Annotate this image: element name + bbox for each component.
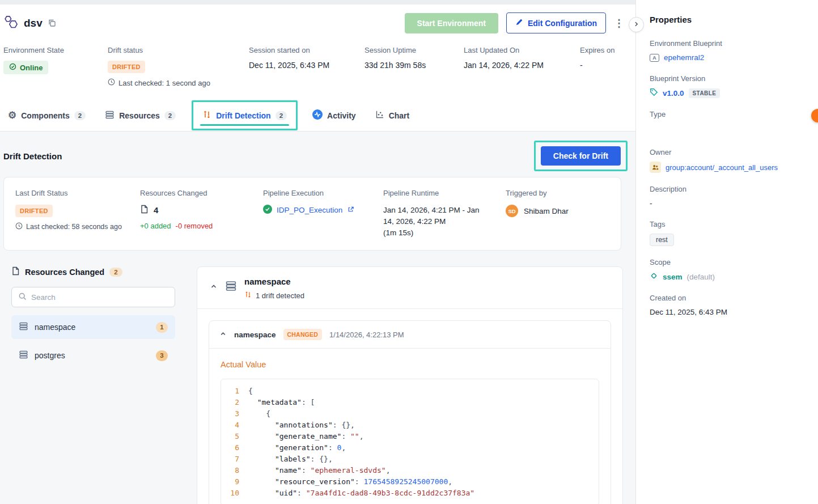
prop-label: Description [650,185,804,193]
check-circle-icon [9,63,16,72]
prop-label: Blueprint Version [650,74,804,83]
avatar: SD [506,205,518,217]
pipeline-execution-column: Pipeline Execution IDP_PO_Execution [263,189,383,239]
header: dsv Start Environment Edit Configuration [0,5,635,40]
resource-detail-titles: namespace 1 d [244,277,304,300]
tab-drift-detection[interactable]: Drift Detection 2 [193,102,296,129]
tab-label: Components [21,111,70,120]
code-line: 8 "name": "ephemeral-sdvds", [221,465,599,476]
code-block[interactable]: 1{2 "metadata": [3 {4 "annotations": {},… [221,379,599,504]
start-environment-button[interactable]: Start Environment [405,13,498,33]
environment-blueprint-link[interactable]: epehemral2 [664,53,704,62]
tab-resources[interactable]: Resources 2 [100,100,180,131]
removed-delta: -0 removed [176,222,213,230]
chevron-up-icon[interactable] [219,329,227,340]
last-checked-text: Last checked: 1 second ago [108,78,249,87]
code-text: "generation": 0, [248,442,346,454]
tab-chart[interactable]: Chart [371,100,414,131]
line-number: 4 [221,420,248,431]
tab-label: Chart [389,111,410,120]
drift-count-badge: 3 [156,350,168,361]
count-value: 4 [154,205,158,215]
code-text: "uid": "7aa4fd1c-dad8-49b3-8cdc-91dd2c37… [248,488,474,499]
resources-changed-count: 4 [140,205,263,215]
properties-title: Properties [650,15,804,24]
document-icon [11,266,20,278]
pipeline-runtime-value: Jan 14, 2026, 4:21 PM - Jan 14, 2026, 4:… [383,205,490,227]
properties-sidebar: Properties Environment Blueprint A epehe… [636,0,818,504]
column-label: Triggered by [506,189,609,197]
field-label: Session started on [249,46,365,54]
line-number: 8 [221,465,248,476]
edit-configuration-label: Edit Configuration [528,19,597,28]
owner-field: Owner group:account/_account_all_users [650,148,804,173]
resource-item-postgres[interactable]: postgres 3 [11,344,175,367]
delta-row: +0 added -0 removed [140,222,263,230]
expires-on-field: Expires on - [580,46,624,87]
chevron-right-icon [633,20,640,29]
resource-item-namespace[interactable]: namespace 1 [11,315,175,339]
scope-icon [650,272,658,282]
code-line: 3 { [221,408,599,420]
code-line: 4 "annotations": {}, [221,420,599,431]
clock-icon [108,78,115,87]
line-number: 10 [221,488,248,499]
chevron-up-icon[interactable] [210,282,218,293]
blueprint-icon: A [650,54,659,62]
section-header: Drift Detection Check for Drift [0,132,635,176]
drift-detection-content: Drift Detection Check for Drift Last Dri… [0,132,635,504]
description-value: - [650,198,804,208]
online-status-badge: Online [3,61,48,74]
change-timestamp: 1/14/2026, 4:22:13 PM [329,331,404,339]
copy-name-button[interactable] [48,19,56,27]
scope-default-label: (default) [687,273,715,281]
tab-label: Drift Detection [216,111,270,120]
code-line: 2 "metadata": [ [221,397,599,408]
collapse-panel-button[interactable] [629,17,644,32]
environment-blueprint-field: Environment Blueprint A epehemral2 [650,39,804,62]
code-text: "annotations": {}, [248,420,355,431]
line-number: 7 [221,454,248,465]
tab-bar: ⚙ Components 2 Resources 2 [0,100,635,132]
owner-link[interactable]: group:account/_account_all_users [666,163,778,172]
line-number: 9 [221,476,248,488]
code-line: 10 "uid": "7aa4fd1c-dad8-49b3-8cdc-91dd2… [221,488,599,499]
drift-summary-card: Last Drift Status DRIFTED Last checked: … [3,177,621,251]
blueprint-version-link[interactable]: v1.0.0 [663,89,684,98]
app-logo-icon [3,14,19,32]
resources-changed-column: Resources Changed 4 +0 added -0 removed [140,189,263,239]
change-card-body: Actual Value 1{2 "metadata": [3 {4 "anno… [209,349,611,504]
app-root: dsv Start Environment Edit Configuration [0,0,818,504]
field-label: Last Updated On [464,46,580,54]
code-text: { [248,386,253,397]
more-options-button[interactable]: ⋮ [614,18,624,28]
line-number: 3 [221,408,248,420]
prop-label: Created on [650,294,804,302]
stack-icon [19,350,28,361]
field-value: - [580,61,624,70]
tab-activity[interactable]: Activity [308,100,361,131]
pipeline-execution-link[interactable]: IDP_PO_Execution [277,206,342,214]
prop-label: Environment Blueprint [650,39,804,48]
group-icon [650,162,661,173]
drift-count-badge: 1 [156,322,168,333]
edit-configuration-button[interactable]: Edit Configuration [506,12,606,33]
resources-changed-title: Resources Changed [25,268,104,277]
search-icon [18,292,27,303]
check-for-drift-button[interactable]: Check for Drift [541,146,621,166]
chart-icon [375,110,384,121]
top-strip [0,0,635,5]
last-drift-status-column: Last Drift Status DRIFTED Last checked: … [15,189,140,239]
created-on-field: Created on Dec 11, 2025, 6:43 PM [650,294,804,317]
column-label: Pipeline Execution [263,189,383,197]
drifted-badge: DRIFTED [108,61,145,73]
tab-count-badge: 2 [74,111,86,120]
drift-icon [244,291,252,300]
tab-count-badge: 2 [164,111,176,120]
resource-name: namespace [35,323,75,332]
tab-label: Activity [327,111,356,120]
search-input[interactable] [31,293,168,302]
pipeline-runtime-duration: (1m 15s) [383,227,490,239]
external-link-icon [347,206,354,215]
tab-components[interactable]: ⚙ Components 2 [3,100,90,131]
